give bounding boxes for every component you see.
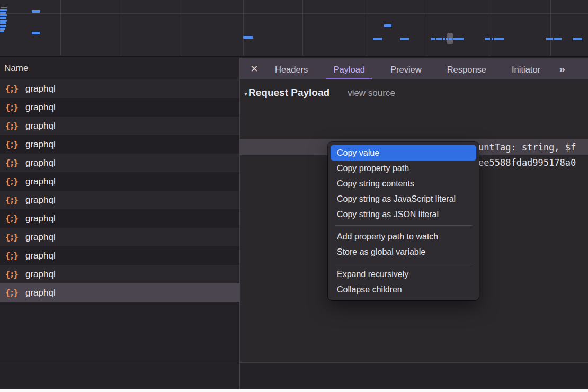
timeline-request-bar [494, 38, 504, 40]
timeline-gridline [60, 0, 61, 57]
json-request-icon: {;} [5, 288, 19, 298]
menu-separator [335, 225, 472, 226]
tab-payload[interactable]: Payload [326, 58, 372, 79]
json-request-icon: {;} [5, 121, 19, 131]
json-request-icon: {;} [5, 176, 19, 186]
request-row[interactable]: {;}graphql [0, 228, 240, 246]
section-title: Request Payload [248, 87, 329, 99]
tab-response[interactable]: Response [440, 58, 493, 79]
timeline-gridline [121, 0, 121, 57]
network-overview-timeline[interactable] [0, 0, 588, 57]
json-request-icon: {;} [5, 102, 19, 112]
json-request-icon: {;} [5, 213, 19, 224]
tab-initiator[interactable]: Initiator [505, 58, 547, 79]
menu-item-copy-string-contents[interactable]: Copy string contents [331, 176, 476, 191]
request-row[interactable]: {;}graphql [0, 191, 240, 209]
request-name-label: graphql [25, 102, 56, 113]
payload-root-row[interactable]: ▼ {operationName: "ipFlowTimeseries", va… [240, 109, 588, 124]
request-row[interactable]: {;}graphql [0, 265, 240, 283]
timeline-request-bar [373, 38, 382, 40]
request-payload-section[interactable]: ▾ Request Payload view source [240, 87, 395, 99]
request-list-pane: Name {;}graphql{;}graphql{;}graphql{;}gr… [0, 58, 240, 389]
request-name-label: graphql [25, 195, 56, 206]
timeline-gridline [182, 0, 182, 57]
close-icon[interactable]: ✕ [249, 63, 260, 75]
context-menu: Copy valueCopy property pathCopy string … [328, 142, 479, 300]
timeline-request-bar [384, 24, 391, 27]
timeline-request-bar [0, 14, 7, 16]
property-value-right-fragment: ee5588fdad995178a0 [478, 155, 576, 171]
request-row[interactable]: {;}graphql [0, 154, 240, 172]
menu-item-collapse-children[interactable]: Collapse children [331, 282, 476, 297]
request-name-label: graphql [25, 251, 56, 261]
request-name-label: graphql [25, 269, 56, 280]
timeline-request-bar [431, 38, 435, 40]
timeline-request-bar [0, 9, 7, 11]
devtools-network-screenshot: Name {;}graphql{;}graphql{;}graphql{;}gr… [0, 0, 588, 392]
menu-item-copy-string-as-json-literal[interactable]: Copy string as JSON literal [331, 207, 476, 222]
json-request-icon: {;} [5, 158, 19, 168]
tab-preview[interactable]: Preview [384, 58, 429, 79]
timeline-gridline [367, 0, 367, 57]
menu-item-add-property-path-to-watch[interactable]: Add property path to watch [331, 229, 476, 244]
request-row[interactable]: {;}graphql [0, 209, 240, 228]
request-row[interactable]: {;}graphql [0, 135, 240, 154]
json-request-icon: {;} [5, 251, 19, 261]
request-name-label: graphql [25, 158, 56, 168]
request-row[interactable]: {;}graphql [0, 172, 240, 191]
timeline-request-bar [0, 12, 6, 14]
request-row[interactable]: {;}graphql [0, 79, 240, 98]
menu-item-store-as-global-variable[interactable]: Store as global variable [331, 244, 476, 260]
overview-lane-divider [0, 13, 588, 14]
request-name-label: graphql [25, 213, 56, 224]
column-header-name[interactable]: Name [0, 58, 240, 79]
timeline-request-bar [1, 7, 7, 8]
timeline-request-bar [0, 25, 6, 27]
devtools-window: Name {;}graphql{;}graphql{;}graphql{;}gr… [0, 0, 588, 389]
timeline-request-bar [436, 38, 442, 40]
timeline-gridline [489, 0, 489, 57]
timeline-request-bar [32, 32, 40, 34]
menu-item-copy-string-as-javascript-literal[interactable]: Copy string as JavaScript literal [331, 191, 476, 207]
timeline-gridline [427, 0, 427, 57]
menu-separator [335, 263, 472, 263]
menu-item-expand-recursively[interactable]: Expand recursively [331, 266, 476, 282]
timeline-request-bar [449, 38, 452, 40]
json-request-icon: {;} [5, 139, 19, 149]
timeline-request-bar [0, 28, 5, 30]
request-name-label: graphql [25, 232, 56, 243]
request-row[interactable]: {;}graphql [0, 246, 240, 265]
request-list: {;}graphql{;}graphql{;}graphql{;}graphql… [0, 79, 240, 362]
detail-tabs: HeadersPayloadPreviewResponseInitiator [268, 58, 559, 79]
more-tabs-icon[interactable]: » [559, 63, 564, 75]
json-request-icon: {;} [5, 195, 19, 205]
request-row[interactable]: {;}graphql [0, 283, 240, 302]
request-name-label: graphql [25, 84, 56, 94]
view-source-link[interactable]: view source [348, 88, 395, 99]
menu-item-copy-property-path[interactable]: Copy property path [331, 161, 476, 176]
timeline-gridline [302, 0, 303, 57]
timeline-request-bar [446, 38, 448, 40]
section-collapse-icon[interactable]: ▾ [244, 90, 247, 97]
tab-headers[interactable]: Headers [268, 58, 315, 79]
json-request-icon: {;} [5, 232, 19, 242]
timeline-request-bar [554, 38, 562, 40]
timeline-request-bar [546, 38, 553, 40]
json-request-icon: {;} [5, 84, 19, 94]
timeline-request-bar [492, 38, 493, 40]
page-background-strip [0, 389, 588, 392]
json-request-icon: {;} [5, 269, 19, 279]
timeline-request-bar [573, 38, 582, 40]
request-name-label: graphql [25, 176, 56, 187]
menu-item-copy-value[interactable]: Copy value [331, 145, 476, 161]
pane-divider[interactable] [239, 58, 240, 389]
request-name-label: graphql [25, 139, 56, 150]
request-list-footer [0, 362, 240, 389]
timeline-gridline [243, 0, 244, 57]
request-row[interactable]: {;}graphql [0, 98, 240, 117]
timeline-request-bar [0, 22, 6, 24]
payload-row-operationname[interactable]: operationName: "ipFlowTimeseries" [240, 124, 588, 139]
timeline-request-bar [0, 30, 4, 32]
request-row[interactable]: {;}graphql [0, 117, 240, 135]
detail-tabbar: ✕ HeadersPayloadPreviewResponseInitiator… [240, 58, 588, 79]
